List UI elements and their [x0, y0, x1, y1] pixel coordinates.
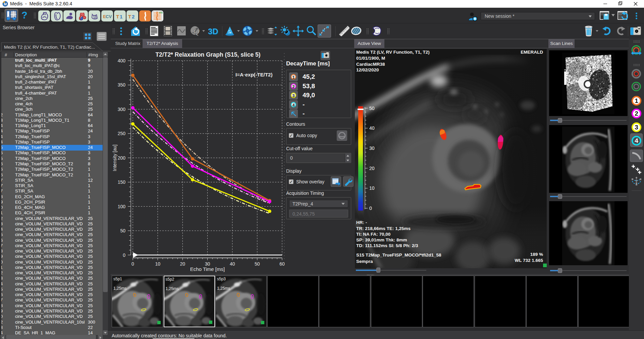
svg-text:1: 1: [120, 14, 122, 19]
svg-text:50: 50: [255, 261, 260, 267]
svg-text:10: 10: [369, 185, 375, 191]
svg-text:Medis T2 (LV, RV Function, T1,: Medis T2 (LV, RV Function, T1, T2) Cardi…: [4, 45, 95, 50]
svg-text:100: 100: [118, 204, 126, 209]
svg-text:CardiacMR38: CardiacMR38: [356, 62, 385, 67]
svg-text:189 %: 189 %: [530, 252, 543, 257]
svg-text:CV: CV: [106, 14, 112, 19]
svg-text:50: 50: [120, 228, 125, 233]
svg-text:2: 2: [132, 14, 135, 19]
svg-text:M: M: [4, 2, 7, 6]
svg-text:xls: xls: [159, 11, 163, 14]
svg-text:150: 150: [118, 179, 126, 185]
svg-text:TI: NA FA: 70,00: TI: NA FA: 70,00: [356, 232, 390, 237]
svg-text:Intensity [au]: Intensity [au]: [112, 145, 117, 171]
svg-text:40: 40: [369, 125, 375, 131]
svg-text:S15 T2Map_TrueFISP_MOCO/*tfi2d: S15 T2Map_TrueFISP_MOCO/*tfi2d1_58: [356, 252, 441, 258]
svg-text:400: 400: [118, 58, 126, 63]
svg-text:WL 732 1.665: WL 732 1.665: [515, 258, 543, 263]
svg-text:0: 0: [123, 252, 125, 258]
svg-text:10: 10: [155, 261, 160, 267]
svg-text:0: 0: [369, 206, 372, 211]
svg-text:30: 30: [369, 146, 375, 151]
svg-text:40: 40: [230, 261, 235, 267]
svg-text:12/02/2020: 12/02/2020: [356, 67, 379, 72]
svg-text:SP: 39,01mm Thk: 8mm: SP: 39,01mm Thk: 8mm: [356, 237, 407, 242]
svg-text:30: 30: [205, 261, 210, 267]
svg-text:350: 350: [118, 82, 126, 88]
svg-text:Sempra: Sempra: [356, 259, 373, 264]
svg-text:0: 0: [131, 261, 134, 267]
svg-text:I=A·exp(-TE/T2): I=A·exp(-TE/T2): [235, 72, 272, 77]
svg-text:TR: 218,66ms TE: 1,25ms: TR: 218,66ms TE: 1,25ms: [356, 226, 411, 231]
svg-text:T: T: [116, 14, 119, 19]
svg-text:T2/T2* Relaxation Graph (S15,: T2/T2* Relaxation Graph (S15, slice 5): [155, 51, 260, 58]
svg-text:250: 250: [118, 131, 126, 136]
svg-text:Medis T2 (LV, RV Function, T1,: Medis T2 (LV, RV Function, T1, T2): [356, 50, 430, 55]
svg-text:HR: -: HR: -: [356, 220, 367, 225]
svg-text:TD: 111.152ms SI: 5/8 Ph: 2/3: TD: 111.152ms SI: 5/8 Ph: 2/3: [356, 243, 418, 248]
svg-text:200: 200: [118, 155, 126, 161]
svg-text:20: 20: [369, 166, 375, 171]
svg-text:Q: Q: [193, 26, 200, 36]
svg-text:T: T: [128, 14, 131, 19]
svg-text:20: 20: [180, 261, 185, 267]
svg-text:01/01/1900, M: 01/01/1900, M: [356, 56, 385, 61]
svg-text:60: 60: [279, 261, 285, 267]
svg-text:EMERALD: EMERALD: [521, 50, 543, 55]
svg-text:Echo Time [ms]: Echo Time [ms]: [190, 266, 225, 272]
svg-text:50: 50: [369, 106, 375, 111]
svg-text:300: 300: [118, 107, 126, 112]
